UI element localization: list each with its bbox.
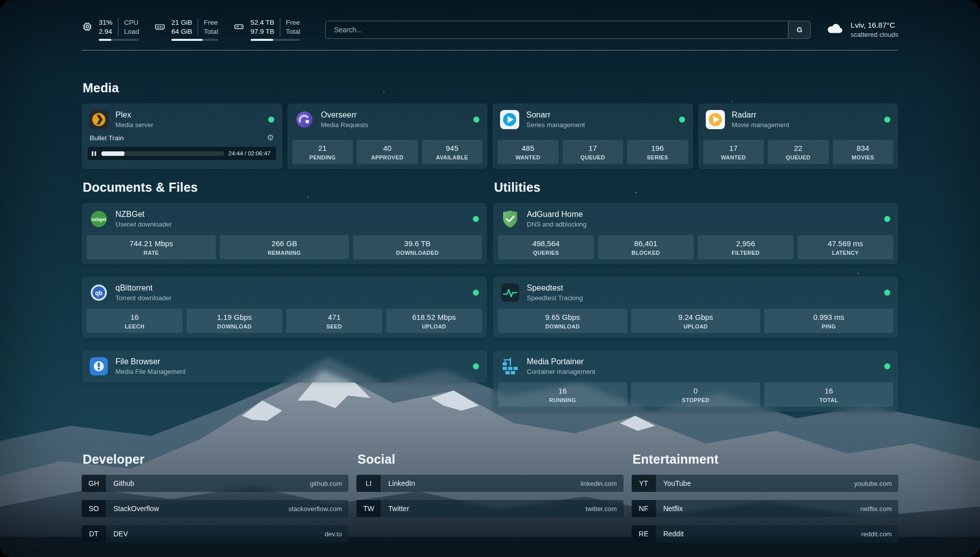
bookmark-row-linkedin[interactable]: LI LinkedIn linkedin.com bbox=[356, 475, 623, 492]
stat-label: WANTED bbox=[500, 154, 557, 160]
stat-block: 16RUNNING bbox=[498, 382, 627, 407]
overseerr-icon bbox=[294, 109, 315, 130]
service-card-nzbget[interactable]: nzbget NZBGet Usenet downloader 744.21 M… bbox=[82, 203, 487, 264]
stat-value: 16 bbox=[766, 386, 891, 395]
service-card-sonarr[interactable]: Sonarr Series management 485WANTED 17QUE… bbox=[493, 103, 693, 169]
service-title: AdGuard Home bbox=[527, 210, 587, 219]
stat-value: 17 bbox=[705, 144, 762, 152]
svg-text:qb: qb bbox=[95, 290, 103, 297]
stats-row: 744.21 MbpsRATE 266 GBREMAINING 39.6 TBD… bbox=[82, 235, 487, 264]
playback-bar: 24:44 / 02:06:47 bbox=[88, 147, 276, 160]
bookmark-row-netflix[interactable]: NF Netflix netflix.com bbox=[632, 500, 898, 517]
service-titles: NZBGet Usenet downloader bbox=[115, 210, 172, 228]
cpu-load-label: Load bbox=[118, 27, 139, 36]
stat-label: AVAILABLE bbox=[424, 154, 481, 160]
service-card-portainer[interactable]: Media Portainer Container management 16R… bbox=[493, 350, 898, 412]
bookmark-abbr: YT bbox=[632, 475, 656, 492]
stat-value: 47.569 ms bbox=[800, 239, 891, 248]
memory-free-label: Free bbox=[198, 18, 218, 27]
stat-value: 485 bbox=[500, 144, 557, 152]
section-heading-social: Social bbox=[357, 452, 623, 467]
cpu-load-value: 2.94 bbox=[99, 27, 118, 36]
stat-label: SERIES bbox=[629, 154, 686, 160]
search-provider-button[interactable]: G bbox=[788, 21, 810, 38]
bookmark-row-stackoverflow[interactable]: SO StackOverflow stackoverflow.com bbox=[82, 500, 348, 517]
card-head: Plex Media server bbox=[82, 103, 282, 136]
service-subtitle: Torrent downloader bbox=[115, 294, 171, 302]
service-card-qbittorrent[interactable]: qb qBittorrent Torrent downloader 16LEEC… bbox=[82, 276, 487, 338]
stat-block: 618.52 MbpsUPLOAD bbox=[386, 309, 482, 333]
stat-block: 498,564QUERIES bbox=[498, 235, 594, 259]
section-heading-developer: Developer bbox=[83, 452, 348, 467]
service-card-radarr[interactable]: Radarr Movie management 17WANTED 22QUEUE… bbox=[698, 103, 899, 169]
bookmark-domain: github.com bbox=[310, 480, 349, 487]
search-input[interactable] bbox=[326, 21, 788, 38]
bookmark-row-github[interactable]: GH Github github.com bbox=[82, 475, 348, 492]
card-head: qb qBittorrent Torrent downloader bbox=[82, 276, 487, 309]
stat-block: 47.569 msLATENCY bbox=[798, 235, 893, 259]
memory-stats: 21 GiB Free 64 GiB Total bbox=[171, 18, 218, 41]
service-card-plex[interactable]: Plex Media server Bullet Train ⚙ bbox=[82, 103, 282, 169]
search-box: G bbox=[325, 21, 811, 39]
stat-value: 196 bbox=[629, 144, 686, 152]
card-head: Radarr Movie management bbox=[698, 103, 899, 136]
bookmark-abbr: LI bbox=[356, 475, 381, 492]
header-divider bbox=[82, 50, 898, 50]
service-card-filebrowser[interactable]: File Browser Media File Management bbox=[82, 350, 487, 382]
service-card-adguard[interactable]: AdGuard Home DNS and adblocking 498,564Q… bbox=[493, 203, 898, 264]
stat-label: DOWNLOADED bbox=[355, 250, 480, 256]
stat-label: TOTAL bbox=[766, 397, 891, 403]
stat-value: 9.24 Gbps bbox=[633, 313, 758, 321]
cpu-usage-bar bbox=[99, 39, 139, 41]
service-title: NZBGet bbox=[115, 210, 172, 219]
stat-value: 0.993 ms bbox=[766, 313, 891, 321]
status-dot bbox=[884, 290, 890, 296]
weather-widget: Lviv, 16.87°C scattered clouds bbox=[826, 21, 898, 38]
stats-row: 485WANTED 17QUEUED 196SERIES bbox=[493, 140, 693, 169]
bookmark-name: Github bbox=[113, 479, 310, 487]
disk-widget: 52.4 TB Free 97.9 TB Total bbox=[233, 18, 300, 41]
playback-progress[interactable] bbox=[101, 151, 224, 156]
status-dot bbox=[473, 290, 479, 296]
top-bar: 31% CPU 2.94 Load 21 GiB Free 64 bbox=[82, 18, 898, 41]
stat-value: 1.19 Gbps bbox=[189, 313, 280, 321]
bookmark-row-youtube[interactable]: YT YouTube youtube.com bbox=[632, 475, 898, 492]
stat-label: LEECH bbox=[89, 323, 180, 329]
stat-block: 9.24 GbpsUPLOAD bbox=[631, 309, 760, 333]
bookmark-domain: reddit.com bbox=[861, 530, 898, 538]
stat-label: BLOCKED bbox=[600, 250, 692, 256]
svg-text:nzbget: nzbget bbox=[92, 217, 106, 222]
portainer-icon bbox=[500, 356, 520, 376]
service-card-overseerr[interactable]: Overseerr Media Requests 21PENDING 40APP… bbox=[287, 103, 488, 169]
stat-label: UPLOAD bbox=[633, 323, 758, 329]
stats-row: 16LEECH 1.19 GbpsDOWNLOAD 471SEED 618.52… bbox=[82, 309, 487, 338]
stat-block: 40APPROVED bbox=[357, 140, 418, 164]
memory-widget: 21 GiB Free 64 GiB Total bbox=[154, 18, 218, 41]
stat-block: 471SEED bbox=[286, 309, 382, 333]
bookmark-domain: twitter.com bbox=[586, 505, 624, 513]
weather-text: Lviv, 16.87°C scattered clouds bbox=[850, 21, 898, 38]
stat-block: 744.21 MbpsRATE bbox=[87, 235, 216, 259]
stat-block: 0.993 msPING bbox=[764, 309, 893, 333]
service-card-speedtest[interactable]: Speedtest Speedtest Tracking 9.65 GbpsDO… bbox=[493, 276, 898, 338]
stat-label: STOPPED bbox=[633, 397, 758, 403]
stat-value: 266 GB bbox=[222, 239, 347, 248]
speedtest-icon bbox=[500, 283, 520, 303]
bookmark-row-reddit[interactable]: RE Reddit reddit.com bbox=[632, 525, 898, 542]
stat-block: 16LEECH bbox=[87, 309, 182, 333]
bookmark-name: YouTube bbox=[663, 479, 854, 487]
stat-block: 22QUEUED bbox=[768, 140, 829, 164]
stat-label: UPLOAD bbox=[388, 323, 480, 329]
cpu-label: CPU bbox=[118, 18, 139, 27]
card-head: Media Portainer Container management bbox=[493, 350, 898, 382]
service-titles: Media Portainer Container management bbox=[527, 357, 595, 375]
service-title: Speedtest bbox=[527, 284, 583, 293]
stat-value: 17 bbox=[565, 144, 622, 152]
bookmark-row-twitter[interactable]: TW Twitter twitter.com bbox=[356, 500, 623, 517]
bookmark-row-dev[interactable]: DT DEV dev.to bbox=[82, 525, 348, 542]
pause-button[interactable] bbox=[91, 151, 97, 156]
card-head: Sonarr Series management bbox=[493, 103, 693, 136]
status-dot bbox=[884, 363, 890, 369]
stat-label: QUERIES bbox=[500, 250, 592, 256]
card-head: Overseerr Media Requests bbox=[287, 103, 488, 136]
